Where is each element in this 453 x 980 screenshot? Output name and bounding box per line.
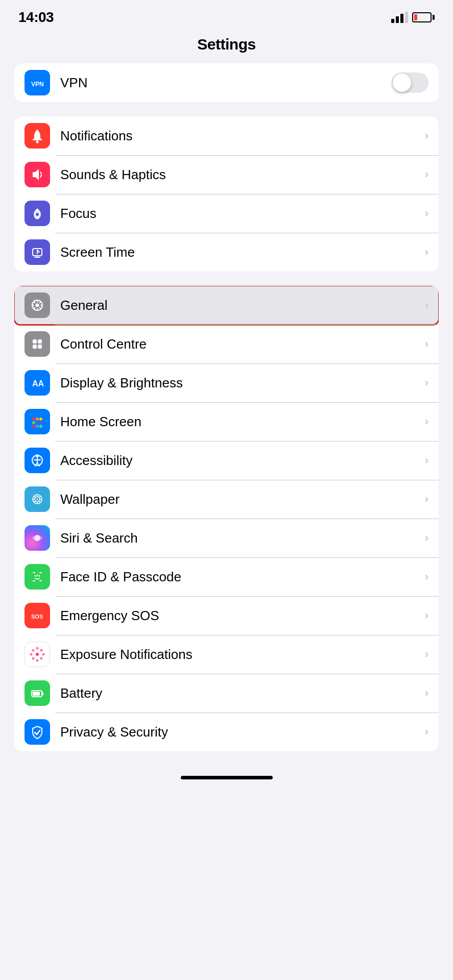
sounds-chevron: › [425,168,428,181]
svg-point-3 [36,213,39,216]
faceid-chevron: › [425,570,428,583]
controlcentre-icon-svg [30,336,45,352]
display-chevron: › [425,376,428,389]
settings-row-notifications[interactable]: Notifications › [14,116,439,155]
svg-point-67 [32,649,35,652]
status-bar: 14:03 [0,0,453,31]
vpn-section: VPN VPN [14,63,439,102]
focus-icon-svg [30,206,45,221]
svg-point-25 [36,418,39,421]
svg-point-41 [37,499,38,500]
svg-point-24 [32,418,35,421]
page-header: Settings [0,31,453,63]
battery-chevron: › [425,687,428,700]
wallpaper-chevron: › [425,493,428,506]
svg-point-60 [36,647,39,650]
siri-icon [25,525,50,551]
settings-row-focus[interactable]: Focus › [14,194,439,233]
vpn-icon-svg: VPN [30,75,45,90]
settings-row-accessibility[interactable]: Accessibility › [14,441,439,480]
siri-icon-svg [30,531,44,545]
privacy-chevron: › [425,725,428,739]
vpn-toggle[interactable] [392,72,428,93]
screentime-icon-svg [30,244,45,260]
notifications-chevron: › [425,129,428,142]
svg-point-28 [36,421,39,424]
svg-line-15 [34,302,35,303]
general-icon-svg [30,298,45,313]
screentime-label: Screen Time [60,244,425,260]
svg-point-30 [32,425,35,428]
signal-icon [391,12,408,23]
screentime-icon [25,239,50,265]
privacy-label: Privacy & Security [60,724,425,740]
emergencysos-chevron: › [425,609,428,622]
general-chevron: › [425,299,428,312]
accessibility-icon-svg [30,453,45,468]
homescreen-label: Home Screen [60,414,425,430]
svg-rect-52 [33,572,35,573]
settings-row-homescreen[interactable]: Home Screen › [14,402,439,441]
svg-rect-54 [33,580,35,581]
general-icon [25,292,50,318]
settings-row-wallpaper[interactable]: Wallpaper › [14,480,439,519]
faceid-icon [25,564,50,590]
notifications-icon-svg [30,128,45,143]
settings-row-faceid[interactable]: Face ID & Passcode › [14,557,439,596]
svg-rect-53 [39,572,42,573]
faceid-icon-svg [30,569,45,584]
battery-status-icon [412,12,435,22]
svg-rect-20 [38,339,42,344]
settings-row-vpn[interactable]: VPN VPN [14,63,439,102]
controlcentre-chevron: › [425,337,428,351]
wallpaper-label: Wallpaper [60,492,425,507]
exposure-chevron: › [425,648,428,661]
svg-rect-71 [33,692,40,696]
settings-row-display[interactable]: AA Display & Brightness › [14,363,439,402]
general-section: General › Control Centre › AA Display & … [14,286,439,751]
svg-point-1 [36,141,39,143]
svg-point-31 [36,425,39,428]
settings-row-general[interactable]: General › [14,286,439,325]
focus-chevron: › [425,207,428,220]
wallpaper-icon [25,486,50,512]
controlcentre-icon [25,331,50,357]
settings-row-privacy[interactable]: Privacy & Security › [14,713,439,751]
home-bar [181,776,273,779]
svg-line-46 [34,496,36,498]
settings-row-battery[interactable]: Battery › [14,674,439,713]
focus-label: Focus [60,206,425,222]
accessibility-chevron: › [425,454,428,467]
svg-point-26 [39,418,42,421]
svg-point-64 [36,659,39,662]
battery-label: Battery [60,685,425,701]
svg-line-17 [40,302,41,303]
exposure-label: Exposure Notifications [60,647,425,663]
vpn-icon: VPN [25,70,50,95]
settings-row-emergencysos[interactable]: SOS Emergency SOS › [14,596,439,635]
svg-line-18 [34,308,35,309]
sounds-icon [25,162,50,187]
notifications-label: Notifications [60,128,425,144]
settings-row-controlcentre[interactable]: Control Centre › [14,325,439,363]
settings-row-sounds[interactable]: Sounds & Haptics › [14,155,439,194]
svg-point-57 [39,575,40,577]
settings-row-exposure[interactable]: Exposure Notifications › [14,635,439,674]
notifications-icon [25,123,50,149]
notifications-section: Notifications › Sounds & Haptics › Focus… [14,116,439,272]
svg-rect-55 [39,580,42,581]
privacy-icon-svg [30,724,45,740]
home-indicator [0,766,453,785]
exposure-icon-svg [28,645,47,664]
homescreen-icon-svg [30,414,45,429]
controlcentre-label: Control Centre [60,336,425,352]
svg-point-68 [36,653,39,656]
status-icons [391,12,435,23]
settings-row-screentime[interactable]: Screen Time › [14,233,439,272]
siri-label: Siri & Search [60,530,425,546]
display-icon: AA [25,370,50,396]
settings-row-siri[interactable]: Siri & Search › [14,519,439,557]
emergencysos-icon-svg: SOS [30,608,45,623]
sounds-label: Sounds & Haptics [60,167,425,183]
svg-marker-2 [33,169,39,180]
